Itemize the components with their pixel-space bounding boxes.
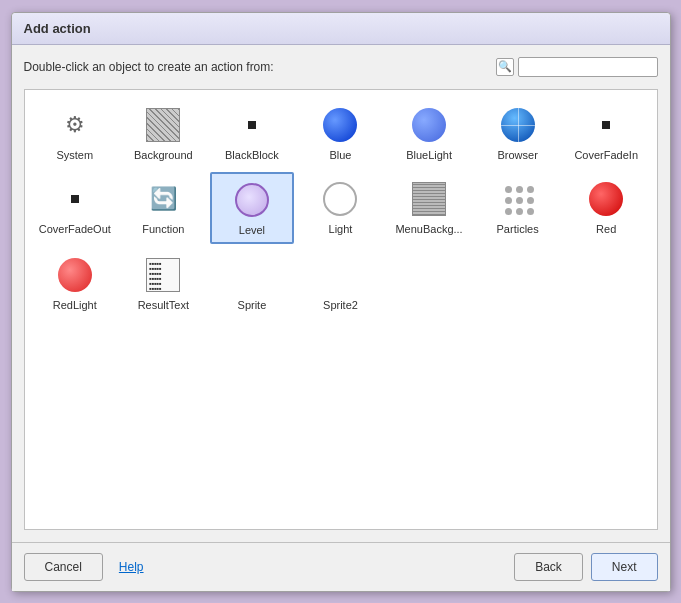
item-redlight-label: RedLight bbox=[53, 299, 97, 311]
function-icon: 🔄 bbox=[143, 179, 183, 219]
item-bluelight-label: BlueLight bbox=[406, 149, 452, 161]
blue-icon bbox=[320, 105, 360, 145]
sprite2-icon bbox=[320, 255, 360, 295]
footer-left: Cancel Help bbox=[24, 553, 152, 581]
item-coverfadeout-label: CoverFadeOut bbox=[39, 223, 111, 235]
system-icon: ⚙ bbox=[55, 105, 95, 145]
item-resulttext[interactable]: ■■■■■■■■■■■■■■■■■■■■■■■■■■■■■■ ResultTex… bbox=[121, 248, 206, 318]
item-background-label: Background bbox=[134, 149, 193, 161]
item-blue[interactable]: Blue bbox=[298, 98, 383, 168]
item-redlight[interactable]: RedLight bbox=[33, 248, 118, 318]
background-icon bbox=[143, 105, 183, 145]
instruction-text: Double-click an object to create an acti… bbox=[24, 60, 274, 74]
blackblock-icon bbox=[232, 105, 272, 145]
item-system[interactable]: ⚙ System bbox=[33, 98, 118, 168]
bluelight-icon bbox=[409, 105, 449, 145]
item-light[interactable]: Light bbox=[298, 172, 383, 242]
search-area: 🔍 bbox=[496, 57, 658, 77]
sprite-icon bbox=[232, 255, 272, 295]
dialog-title: Add action bbox=[12, 13, 670, 45]
resulttext-icon: ■■■■■■■■■■■■■■■■■■■■■■■■■■■■■■ bbox=[143, 255, 183, 295]
instruction-row: Double-click an object to create an acti… bbox=[24, 57, 658, 77]
help-button[interactable]: Help bbox=[111, 553, 152, 581]
item-coverfadein[interactable]: CoverFadeIn bbox=[564, 98, 649, 168]
item-bluelight[interactable]: BlueLight bbox=[387, 98, 472, 168]
items-area: ⚙ System Background BlackBlock bbox=[24, 89, 658, 530]
item-menubackg-label: MenuBackg... bbox=[395, 223, 462, 235]
dialog-footer: Cancel Help Back Next bbox=[12, 542, 670, 591]
add-action-dialog: Add action Double-click an object to cre… bbox=[11, 12, 671, 592]
item-level[interactable]: Level bbox=[210, 172, 295, 244]
particles-icon bbox=[498, 179, 538, 219]
cancel-button[interactable]: Cancel bbox=[24, 553, 103, 581]
next-button[interactable]: Next bbox=[591, 553, 658, 581]
dialog-content: Double-click an object to create an acti… bbox=[12, 45, 670, 542]
coverfadeout-icon bbox=[55, 179, 95, 219]
items-grid: ⚙ System Background BlackBlock bbox=[33, 98, 649, 318]
item-sprite[interactable]: Sprite bbox=[210, 248, 295, 318]
red-icon bbox=[586, 179, 626, 219]
item-sprite2-label: Sprite2 bbox=[323, 299, 358, 311]
search-input[interactable] bbox=[518, 57, 658, 77]
item-light-label: Light bbox=[329, 223, 353, 235]
item-particles-label: Particles bbox=[497, 223, 539, 235]
item-browser-label: Browser bbox=[497, 149, 537, 161]
item-function-label: Function bbox=[142, 223, 184, 235]
redlight-icon bbox=[55, 255, 95, 295]
coverfadein-icon bbox=[586, 105, 626, 145]
item-coverfadein-label: CoverFadeIn bbox=[574, 149, 638, 161]
item-blue-label: Blue bbox=[329, 149, 351, 161]
item-red[interactable]: Red bbox=[564, 172, 649, 242]
item-sprite2[interactable]: Sprite2 bbox=[298, 248, 383, 318]
item-coverfadeout[interactable]: CoverFadeOut bbox=[33, 172, 118, 242]
item-red-label: Red bbox=[596, 223, 616, 235]
item-system-label: System bbox=[56, 149, 93, 161]
item-function[interactable]: 🔄 Function bbox=[121, 172, 206, 242]
item-resulttext-label: ResultText bbox=[138, 299, 189, 311]
item-sprite-label: Sprite bbox=[238, 299, 267, 311]
light-icon bbox=[320, 179, 360, 219]
item-browser[interactable]: Browser bbox=[475, 98, 560, 168]
footer-right: Back Next bbox=[514, 553, 657, 581]
item-blackblock-label: BlackBlock bbox=[225, 149, 279, 161]
back-button[interactable]: Back bbox=[514, 553, 583, 581]
item-menubackg[interactable]: MenuBackg... bbox=[387, 172, 472, 242]
level-icon bbox=[232, 180, 272, 220]
item-level-label: Level bbox=[239, 224, 265, 236]
item-particles[interactable]: Particles bbox=[475, 172, 560, 242]
item-blackblock[interactable]: BlackBlock bbox=[210, 98, 295, 168]
search-icon: 🔍 bbox=[496, 58, 514, 76]
item-background[interactable]: Background bbox=[121, 98, 206, 168]
menubackg-icon bbox=[409, 179, 449, 219]
browser-icon bbox=[498, 105, 538, 145]
